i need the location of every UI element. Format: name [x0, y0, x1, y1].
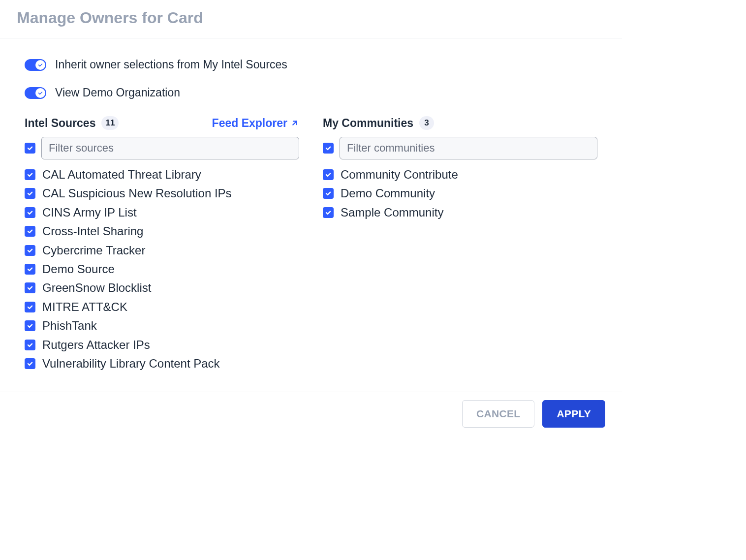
list-item: Sample Community [323, 203, 597, 222]
item-checkbox[interactable] [323, 207, 334, 218]
item-label: Demo Source [42, 261, 115, 277]
item-checkbox[interactable] [25, 282, 35, 293]
apply-button[interactable]: APPLY [542, 400, 605, 428]
list-item: Rutgers Attacker IPs [25, 336, 299, 354]
check-icon [27, 322, 33, 329]
list-item: Demo Community [323, 184, 597, 203]
check-icon [27, 360, 33, 367]
item-checkbox[interactable] [25, 226, 35, 237]
feed-explorer-label: Feed Explorer [212, 117, 287, 130]
list-item: Vulnerability Library Content Pack [25, 354, 299, 373]
inherit-toggle-label: Inherit owner selections from My Intel S… [55, 58, 287, 71]
item-label: Community Contribute [341, 167, 458, 183]
manage-owners-dialog: Manage Owners for Card Inherit owner sel… [0, 0, 622, 436]
item-label: Demo Community [341, 186, 435, 201]
check-icon [27, 190, 33, 197]
intel-filter-row [25, 137, 299, 159]
intel-sources-column: Intel Sources 11 Feed Explorer CAL Autom… [25, 116, 299, 373]
demo-toggle[interactable] [25, 87, 46, 99]
list-item: CAL Automated Threat Library [25, 165, 299, 184]
communities-filter-input[interactable] [340, 137, 597, 159]
intel-select-all-checkbox[interactable] [25, 143, 35, 154]
list-item: GreenSnow Blocklist [25, 279, 299, 297]
dialog-header: Manage Owners for Card [0, 0, 622, 38]
item-checkbox[interactable] [25, 320, 35, 331]
item-checkbox[interactable] [25, 169, 35, 180]
dialog-body: Inherit owner selections from My Intel S… [0, 38, 622, 383]
columns: Intel Sources 11 Feed Explorer CAL Autom… [25, 116, 597, 373]
communities-title: My Communities [323, 117, 413, 130]
communities-header: My Communities 3 [323, 116, 597, 130]
check-icon [27, 247, 33, 254]
toggle-knob-icon [35, 60, 45, 70]
check-icon [27, 284, 33, 291]
item-label: CAL Suspicious New Resolution IPs [42, 186, 232, 201]
demo-toggle-label: View Demo Organization [55, 86, 180, 99]
check-icon [27, 228, 33, 235]
check-icon [27, 209, 33, 216]
item-checkbox[interactable] [25, 340, 35, 350]
external-link-icon [290, 119, 299, 127]
intel-sources-list: CAL Automated Threat LibraryCAL Suspicio… [25, 165, 299, 373]
list-item: Cross-Intel Sharing [25, 222, 299, 241]
check-icon [325, 209, 332, 216]
communities-filter-row [323, 137, 597, 159]
item-label: CAL Automated Threat Library [42, 167, 201, 183]
communities-select-all-checkbox[interactable] [323, 143, 334, 154]
item-label: GreenSnow Blocklist [42, 280, 151, 296]
intel-sources-header: Intel Sources 11 Feed Explorer [25, 116, 299, 130]
item-label: Vulnerability Library Content Pack [42, 356, 220, 372]
item-label: Rutgers Attacker IPs [42, 337, 150, 353]
item-checkbox[interactable] [25, 264, 35, 275]
check-icon [27, 145, 33, 152]
feed-explorer-link[interactable]: Feed Explorer [212, 117, 299, 130]
dialog-footer: CANCEL APPLY [0, 392, 622, 436]
item-label: PhishTank [42, 318, 97, 334]
check-icon [325, 190, 332, 197]
demo-toggle-row: View Demo Organization [25, 86, 597, 99]
check-icon [27, 266, 33, 273]
item-label: Cybercrime Tracker [42, 243, 145, 258]
communities-list: Community ContributeDemo CommunitySample… [323, 165, 597, 222]
item-label: Cross-Intel Sharing [42, 223, 143, 239]
cancel-button[interactable]: CANCEL [462, 400, 534, 428]
list-item: CAL Suspicious New Resolution IPs [25, 184, 299, 203]
item-label: CINS Army IP List [42, 205, 137, 220]
toggle-knob-icon [35, 88, 45, 98]
check-icon [27, 304, 33, 311]
list-item: PhishTank [25, 316, 299, 335]
inherit-toggle-row: Inherit owner selections from My Intel S… [25, 58, 597, 71]
list-item: CINS Army IP List [25, 203, 299, 222]
check-icon [27, 171, 33, 178]
item-checkbox[interactable] [25, 207, 35, 218]
list-item: MITRE ATT&CK [25, 298, 299, 316]
intel-filter-input[interactable] [41, 137, 299, 159]
item-checkbox[interactable] [323, 188, 334, 199]
item-label: MITRE ATT&CK [42, 299, 127, 315]
item-checkbox[interactable] [25, 358, 35, 369]
dialog-title: Manage Owners for Card [17, 9, 605, 27]
intel-sources-count: 11 [101, 116, 119, 130]
item-checkbox[interactable] [323, 169, 334, 180]
intel-sources-title: Intel Sources [25, 117, 95, 130]
communities-column: My Communities 3 Community ContributeDem… [323, 116, 597, 373]
item-label: Sample Community [341, 205, 443, 220]
item-checkbox[interactable] [25, 188, 35, 199]
list-item: Cybercrime Tracker [25, 241, 299, 260]
check-icon [325, 145, 332, 152]
check-icon [325, 171, 332, 178]
list-item: Demo Source [25, 260, 299, 279]
communities-count: 3 [419, 116, 434, 130]
list-item: Community Contribute [323, 165, 597, 184]
item-checkbox[interactable] [25, 302, 35, 312]
item-checkbox[interactable] [25, 245, 35, 256]
check-icon [27, 342, 33, 348]
inherit-toggle[interactable] [25, 59, 46, 71]
